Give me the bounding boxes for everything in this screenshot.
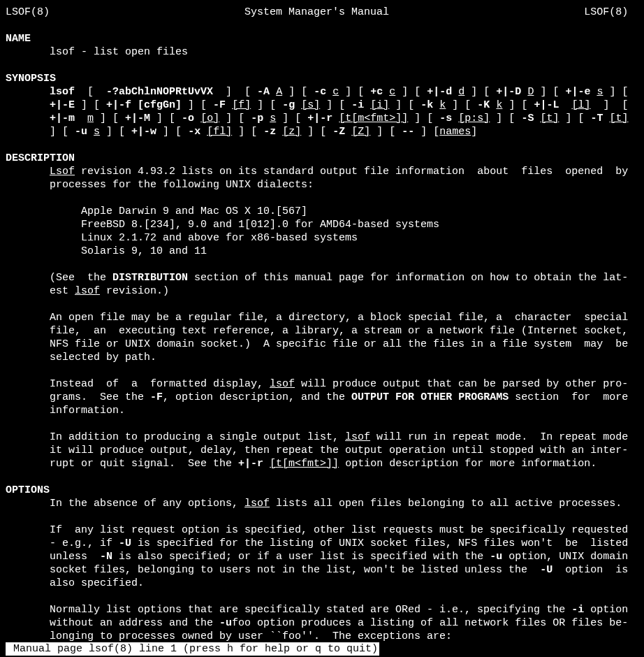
section-synopsis-heading: SYNOPSIS <box>6 73 56 85</box>
name-line: lsof - list open files <box>6 46 188 58</box>
man-page-viewport[interactable]: LSOF(8) System Manager's Manual LSOF(8) … <box>0 0 644 643</box>
section-name-heading: NAME <box>6 33 31 45</box>
synopsis-cmd: lsof <box>50 86 75 98</box>
man-header: LSOF(8) System Manager's Manual LSOF(8) <box>6 6 628 18</box>
lsof-ref: Lsof <box>50 166 75 178</box>
pager-status-bar[interactable]: Manual page lsof(8) line 1 (press h for … <box>6 642 379 656</box>
section-description-heading: DESCRIPTION <box>6 152 75 164</box>
section-options-heading: OPTIONS <box>6 484 50 496</box>
